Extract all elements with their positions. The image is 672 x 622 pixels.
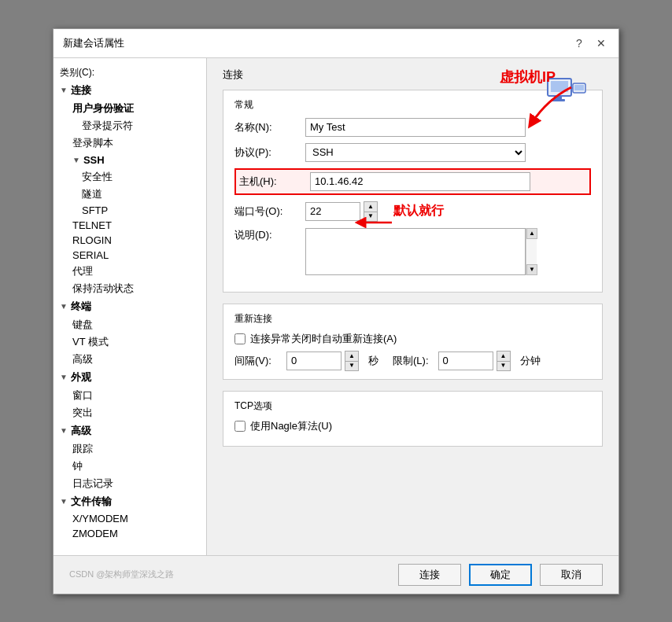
port-spinner: ▲ ▼	[305, 201, 378, 222]
tree-item-gen-zong[interactable]: 跟踪	[54, 440, 206, 458]
expand-icon-zhong-duan: ▼	[60, 302, 68, 311]
limit-input[interactable]	[438, 351, 493, 370]
dialog-body: 类别(C): ▼ 连接 用户身份验证 登录提示符 登录脚本 ▼ SSH 安全性 …	[54, 58, 618, 555]
svg-rect-5	[574, 85, 584, 90]
interval-down[interactable]: ▼	[345, 361, 358, 370]
svg-rect-3	[551, 99, 565, 101]
interval-input[interactable]	[286, 351, 342, 370]
auto-reconnect-row: 连接异常关闭时自动重新连接(A)	[234, 332, 591, 346]
expand-icon-wen-jian: ▼	[60, 497, 68, 506]
tree-item-gao-ji-t[interactable]: 高级	[54, 351, 206, 368]
port-row: 端口号(O): ▲ ▼ 默认就行	[234, 201, 591, 222]
nagle-row: 使用Nagle算法(U)	[234, 419, 591, 433]
limit-down[interactable]: ▼	[497, 361, 510, 370]
dialog-footer: CSDN @架构师堂深浅之路 连接 确定 取消	[54, 555, 618, 594]
tcp-label: TCP选项	[234, 399, 591, 413]
tree-item-deng-lu-ti[interactable]: 登录提示符	[54, 117, 206, 134]
ok-button[interactable]: 确定	[469, 564, 532, 586]
tree-item-sui-dao[interactable]: 隧道	[54, 186, 206, 203]
footer-brand: CSDN @架构师堂深浅之路	[69, 569, 174, 580]
desc-label: 说明(D):	[234, 228, 305, 242]
annotation-default: 默认就行	[393, 204, 444, 217]
tree-label-zhong-duan: 终端	[71, 300, 91, 314]
dialog-window: 新建会话属性 ? ✕ 类别(C): ▼ 连接 用户身份验证 登录提示符 登录脚本…	[53, 28, 619, 594]
interval-up[interactable]: ▲	[345, 351, 358, 361]
help-button[interactable]: ?	[571, 35, 587, 51]
tree-item-ri-zhi[interactable]: 日志记录	[54, 475, 206, 492]
nagle-label: 使用Nagle算法(U)	[250, 419, 332, 433]
tree-item-wen-jian[interactable]: ▼ 文件传输	[54, 492, 206, 511]
tree-label-wen-jian: 文件传输	[71, 495, 112, 509]
general-section-label: 常规	[234, 98, 591, 112]
tree-item-zhong-duan[interactable]: ▼ 终端	[54, 297, 206, 316]
tree-label-gao-ji: 高级	[71, 424, 91, 438]
tcp-section: TCP选项 使用Nagle算法(U)	[223, 391, 603, 447]
title-bar: 新建会话属性 ? ✕	[54, 29, 618, 58]
limit-label: 限制(L):	[393, 354, 429, 368]
limit-up[interactable]: ▲	[497, 351, 510, 361]
host-row: 主机(H):	[234, 168, 591, 195]
nagle-checkbox[interactable]	[234, 421, 246, 432]
general-section: 常规 名称(N): 协议(P): SSH TELNET RLOGIN SE	[223, 90, 603, 293]
auto-reconnect-checkbox[interactable]	[234, 333, 246, 344]
port-up-btn[interactable]: ▲	[364, 202, 377, 212]
connect-button[interactable]: 连接	[398, 564, 461, 586]
cancel-button[interactable]: 取消	[540, 564, 603, 586]
name-row: 名称(N):	[234, 118, 591, 137]
close-button[interactable]: ✕	[593, 35, 609, 51]
tree-item-ssh[interactable]: ▼ SSH	[54, 152, 206, 168]
reconnect-section: 重新连接 连接异常关闭时自动重新连接(A) 间隔(V): ▲ ▼	[223, 304, 603, 380]
tree-item-deng-lu-jiao[interactable]: 登录脚本	[54, 134, 206, 152]
name-label: 名称(N):	[234, 120, 305, 134]
protocol-label: 协议(P):	[234, 145, 305, 160]
tree-item-chuang-kou[interactable]: 窗口	[54, 387, 206, 404]
expand-icon-ssh: ▼	[72, 156, 80, 164]
desc-textarea[interactable]	[305, 228, 526, 275]
auto-reconnect-label: 连接异常关闭时自动重新连接(A)	[250, 332, 397, 346]
port-input[interactable]	[305, 202, 360, 221]
seconds-label: 秒	[368, 354, 378, 368]
sb-down[interactable]: ▼	[526, 264, 537, 275]
tree-item-bao-chi[interactable]: 保持活动状态	[54, 280, 206, 297]
tree-item-dai-li[interactable]: 代理	[54, 263, 206, 280]
left-panel: 类别(C): ▼ 连接 用户身份验证 登录提示符 登录脚本 ▼ SSH 安全性 …	[54, 58, 207, 555]
interval-label: 间隔(V):	[234, 354, 282, 368]
interval-row: 间隔(V): ▲ ▼ 秒 限制(L):	[234, 351, 591, 371]
minutes-label: 分钟	[520, 354, 541, 368]
tree-item-serial[interactable]: SERIAL	[54, 248, 206, 263]
expand-icon: ▼	[60, 86, 68, 94]
tree-item-zhong[interactable]: 钟	[54, 458, 206, 475]
tree-item-an-quan[interactable]: 安全性	[54, 168, 206, 186]
port-down-btn[interactable]: ▼	[364, 212, 377, 221]
host-input[interactable]	[310, 172, 530, 191]
sb-up[interactable]: ▲	[526, 228, 537, 239]
tree-label-lian-jie: 连接	[71, 83, 91, 98]
desc-row: 说明(D): ▲ ▼	[234, 228, 591, 278]
svg-rect-1	[551, 81, 568, 92]
port-label: 端口号(O):	[234, 204, 305, 219]
desc-textarea-wrap	[305, 228, 526, 278]
tree-item-telnet[interactable]: TELNET	[54, 218, 206, 233]
tree-item-tu-chu[interactable]: 突出	[54, 404, 206, 421]
tree-item-gao-ji[interactable]: ▼ 高级	[54, 421, 206, 440]
protocol-select[interactable]: SSH TELNET RLOGIN SERIAL	[305, 143, 526, 162]
right-panel: 虚拟机IP 连接	[207, 58, 618, 555]
tree-item-wai-guan[interactable]: ▼ 外观	[54, 368, 206, 387]
dialog-title: 新建会话属性	[63, 36, 124, 50]
tree-item-rlogin[interactable]: RLOGIN	[54, 233, 206, 248]
tree-item-vt[interactable]: VT 模式	[54, 333, 206, 351]
network-icon	[546, 77, 587, 117]
tree-item-zmodem[interactable]: ZMODEM	[54, 526, 206, 541]
limit-spinner: ▲ ▼	[438, 351, 511, 371]
tree-item-lian-jie[interactable]: ▼ 连接	[54, 81, 206, 100]
tree-item-sftp[interactable]: SFTP	[54, 203, 206, 218]
tree-item-yong-hu[interactable]: 用户身份验证	[54, 100, 206, 117]
interval-btns: ▲ ▼	[345, 351, 359, 371]
tree-item-jian-pan[interactable]: 键盘	[54, 316, 206, 333]
name-input[interactable]	[305, 118, 526, 137]
expand-icon-gao-ji: ▼	[60, 426, 68, 435]
tree-item-xy-modem[interactable]: X/YMODEM	[54, 511, 206, 526]
port-spinner-btns: ▲ ▼	[364, 201, 378, 222]
expand-icon-wai-guan: ▼	[60, 373, 68, 381]
interval-spinner: ▲ ▼	[286, 351, 359, 371]
